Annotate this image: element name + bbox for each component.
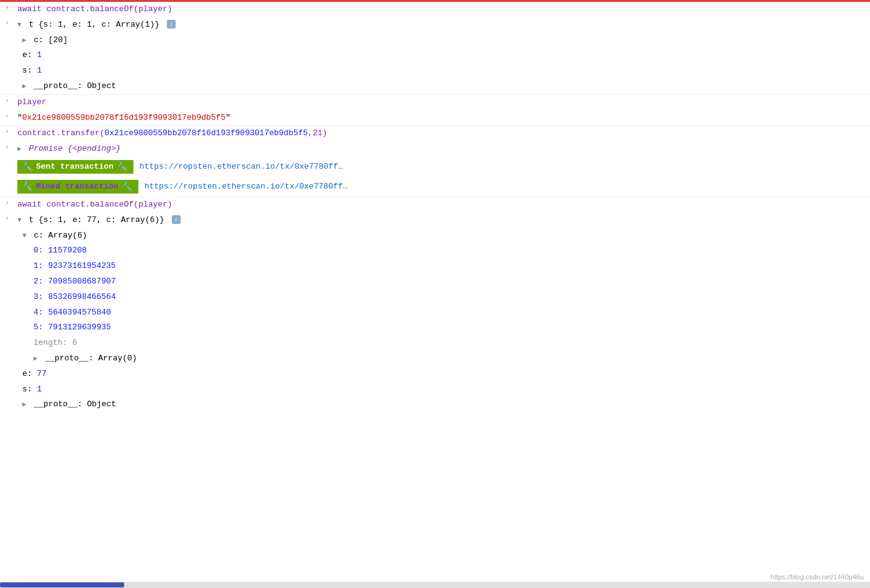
console-content: player <box>17 96 870 109</box>
console-content: await contract.balanceOf(player) <box>17 3 870 16</box>
input-arrow: › <box>5 127 14 135</box>
console-content: await contract.balanceOf(player) <box>17 198 870 212</box>
expand-arrow[interactable]: ▼ <box>17 21 22 29</box>
console-line: › await contract.balanceOf(player) <box>0 197 870 213</box>
output-arrow: ‹ <box>5 19 14 27</box>
array-label: c: Array(6) <box>34 231 87 240</box>
console-content: "0x21ce9800559bb2078f16d193f9093017eb9db… <box>17 112 870 125</box>
console-content: 3: 85326998466564 <box>34 291 870 304</box>
console-line: e: 1 <box>0 48 870 63</box>
output-arrow: ‹ <box>5 214 14 222</box>
prop-e: e: <box>22 369 37 378</box>
console-content: ▶ __proto__: Object <box>22 398 870 411</box>
input-arrow: › <box>5 96 14 104</box>
console-line: 3: 85326998466564 <box>0 290 870 305</box>
watermark: https://blog.csdn.net/1440p46u <box>771 573 864 581</box>
console-line: s: 1 <box>0 63 870 79</box>
console-content: ▶ Promise {<pending>} <box>17 143 870 156</box>
console-line: 2: 70985008687907 <box>0 274 870 290</box>
obj-label2: t {s: 1, e: 77, c: Array(6)} <box>29 215 164 225</box>
console-content: 0: 11579208 <box>34 244 870 257</box>
mined-transaction-badge: 🔧 Mined transaction 🔧 <box>17 180 138 194</box>
sent-transaction-badge: 🔧 Sent transaction 🔧 <box>17 160 133 174</box>
info-icon2[interactable]: i <box>172 215 181 224</box>
console-line: ‹ "0x21ce9800559bb2078f16d193f9093017eb9… <box>0 110 870 126</box>
console-content: ▼ c: Array(6) <box>22 229 870 243</box>
sent-transaction-row: 🔧 Sent transaction 🔧 https://ropsten.eth… <box>0 157 870 177</box>
code-end: ,21) <box>308 128 327 138</box>
array-index: 4: 5640394575840 <box>34 308 111 317</box>
expand-arrow-c[interactable]: ▶ <box>22 37 27 44</box>
console-line: ‹ ▼ t {s: 1, e: 77, c: Array(6)} i <box>0 213 870 228</box>
code-text: contract.transfer( <box>17 128 104 138</box>
console-content: contract.transfer(0x21ce9800559bb2078f16… <box>17 127 870 140</box>
console-content: s: 1 <box>22 65 870 78</box>
prop-s-value: 1 <box>37 385 42 394</box>
sent-transaction-link[interactable]: https://ropsten.etherscan.io/tx/0xe7780f… <box>140 162 343 171</box>
mined-transaction-label: Mined transaction <box>36 182 119 191</box>
obj-label: t {s: 1, e: 1, c: Array(1)} <box>29 20 159 29</box>
console-line: 0: 11579208 <box>0 243 870 259</box>
mined-transaction-link[interactable]: https://ropsten.etherscan.io/tx/0xe7780f… <box>145 182 348 191</box>
console-content: ▶ __proto__: Array(0) <box>34 352 870 365</box>
proto-arrow3[interactable]: ▶ <box>22 401 27 408</box>
quote: " <box>17 113 22 122</box>
info-icon[interactable]: i <box>167 20 176 29</box>
proto-arrow2[interactable]: ▶ <box>34 355 38 362</box>
proto-text: __proto__: Object <box>34 81 116 91</box>
prop-value: 1 <box>37 50 42 60</box>
expand-arrow2[interactable]: ▼ <box>17 216 22 224</box>
console-line: › contract.transfer(0x21ce9800559bb2078f… <box>0 125 870 141</box>
array-index: 1: 92373161954235 <box>34 261 116 270</box>
input-arrow: › <box>5 3 14 11</box>
console-content: 1: 92373161954235 <box>34 260 870 273</box>
length-text: length: 6 <box>34 338 77 347</box>
console-line: ▶ __proto__: Object <box>0 397 870 412</box>
array-arrow[interactable]: ▼ <box>22 232 27 239</box>
prop-text: c: [20] <box>34 35 68 45</box>
proto-arrow[interactable]: ▶ <box>22 82 27 90</box>
console-content: s: 1 <box>22 383 870 396</box>
console-line: ‹ ▼ t {s: 1, e: 1, c: Array(1)} i <box>0 17 870 33</box>
console-line: ▶ __proto__: Array(0) <box>0 351 870 367</box>
horizontal-scrollbar[interactable] <box>0 582 870 588</box>
output-arrow: ‹ <box>5 143 14 151</box>
quote: " <box>225 113 230 122</box>
console-content: ▼ t {s: 1, e: 1, c: Array(1)} i <box>17 19 870 32</box>
input-arrow: › <box>5 198 14 207</box>
proto-text2: __proto__: Array(0) <box>45 354 137 363</box>
promise-arrow[interactable]: ▶ <box>17 145 22 153</box>
console-content: e: 77 <box>22 368 870 381</box>
sent-tool-icon-right: 🔧 <box>117 162 127 172</box>
console-content: 2: 70985008687907 <box>34 275 870 288</box>
prop-s: s: <box>22 385 37 394</box>
console-line: ▶ __proto__: Object <box>0 79 870 94</box>
sent-tool-icon-left: 🔧 <box>22 162 32 172</box>
proto-text3: __proto__: Object <box>34 399 116 409</box>
console-line: 4: 5640394575840 <box>0 305 870 321</box>
prop-text: e: <box>22 50 37 60</box>
code-text: await contract.balanceOf(player) <box>17 4 173 14</box>
console-line: 1: 92373161954235 <box>0 259 870 274</box>
console-line: › await contract.balanceOf(player) <box>0 2 870 17</box>
array-index: 2: 70985008687907 <box>34 277 116 286</box>
mined-tool-icon-left: 🔧 <box>22 182 32 192</box>
console-content: 5: 7913129639935 <box>34 321 870 334</box>
mined-tool-icon-right: 🔧 <box>122 182 132 192</box>
scrollbar-thumb[interactable] <box>0 582 124 587</box>
console-line: ‹ ▶ Promise {<pending>} <box>0 141 870 157</box>
array-index: 5: 7913129639935 <box>34 323 111 332</box>
array-index: 3: 85326998466564 <box>34 292 116 301</box>
console-line: ▼ c: Array(6) <box>0 228 870 244</box>
address-text: 0x21ce9800559bb2078f16d193f9093017eb9db5… <box>22 113 226 122</box>
promise-text: Promise {<pending>} <box>29 144 120 153</box>
console-content: ▶ __proto__: Object <box>22 80 870 93</box>
console-panel: › await contract.balanceOf(player) ‹ ▼ t… <box>0 0 870 588</box>
console-line: ▶ c: [20] <box>0 33 870 48</box>
console-content: e: 1 <box>22 49 870 62</box>
address-arg: 0x21ce9800559bb2078f16d193f9093017eb9db5… <box>104 128 308 138</box>
console-line: length: 6 <box>0 336 870 351</box>
console-line: s: 1 <box>0 382 870 398</box>
console-content: 4: 5640394575840 <box>34 306 870 319</box>
output-arrow: ‹ <box>5 112 14 120</box>
